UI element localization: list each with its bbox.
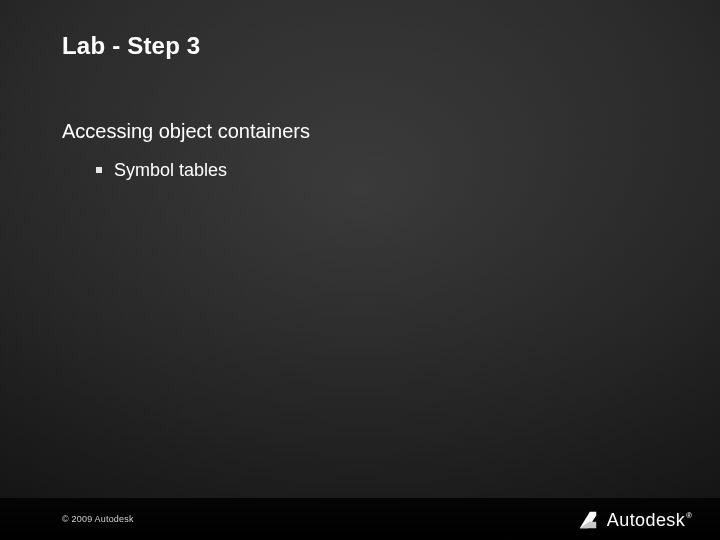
slide-subtitle: Accessing object containers	[62, 120, 310, 143]
bullet-item: Symbol tables	[96, 158, 660, 182]
square-bullet-icon	[96, 167, 102, 173]
brand-logo-text: Autodesk®	[607, 510, 692, 531]
logo-text: Autodesk	[607, 510, 685, 530]
copyright-text: © 2009 Autodesk	[62, 514, 134, 524]
registered-mark: ®	[686, 511, 692, 520]
autodesk-logo-icon	[577, 509, 599, 531]
bullet-text: Symbol tables	[114, 158, 227, 182]
slide-title: Lab - Step 3	[62, 32, 200, 60]
brand-logo: Autodesk®	[577, 509, 692, 531]
bullet-list: Symbol tables	[96, 158, 660, 196]
slide: Lab - Step 3 Accessing object containers…	[0, 0, 720, 540]
